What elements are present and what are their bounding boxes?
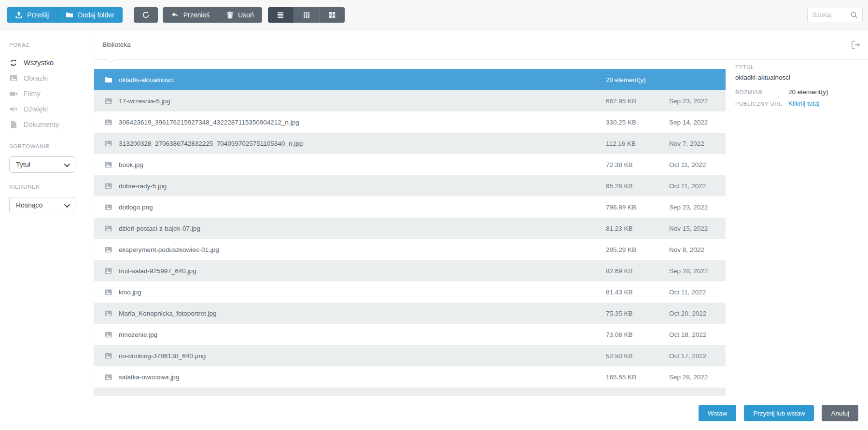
- file-size: 20 element(y): [606, 76, 669, 83]
- image-icon: [104, 373, 112, 381]
- grid-large-icon: [328, 11, 336, 19]
- cancel-button[interactable]: Anuluj: [822, 405, 858, 421]
- export-icon[interactable]: [851, 41, 861, 49]
- file-row[interactable]: no-drinking-3786138_640.png 52.50 KB Oct…: [94, 345, 726, 366]
- list-view-icon: [277, 11, 284, 19]
- search-icon[interactable]: [850, 11, 858, 19]
- image-icon: [104, 161, 112, 169]
- chevron-down-icon: [64, 161, 70, 167]
- image-icon: [104, 309, 112, 318]
- sidebar-item-images[interactable]: Obrazki: [9, 70, 94, 86]
- file-name: book.jpg: [119, 161, 606, 168]
- sidebar-item-videos[interactable]: Filmy: [9, 86, 94, 101]
- audio-icon: [9, 105, 18, 113]
- details-size-value: 20 element(y): [788, 88, 828, 96]
- add-folder-button[interactable]: Dodaj folder: [57, 7, 123, 23]
- sort-select-value: Tytuł: [16, 161, 30, 168]
- grid-small-view-toggle[interactable]: [294, 7, 319, 23]
- list-view-toggle[interactable]: [268, 7, 294, 23]
- file-name: kino.jpg: [119, 289, 606, 296]
- file-row[interactable]: fruit-salad-925997_640.jpg 82.69 KB Sep …: [94, 260, 726, 281]
- grid-large-view-toggle[interactable]: [319, 7, 345, 23]
- direction-select[interactable]: Rosnąco: [9, 197, 75, 213]
- main-header: Biblioteka: [94, 30, 868, 60]
- all-icon: [9, 58, 18, 67]
- file-row[interactable]: mnozenie.jpg 73.08 KB Oct 18, 2022: [94, 324, 726, 345]
- file-row[interactable]: okladki-aktualnosci 20 element(y): [94, 69, 726, 90]
- file-name: okladki-aktualnosci: [119, 76, 606, 83]
- folder-icon: [66, 11, 73, 19]
- file-row[interactable]: 306423619_396176215927348_43222871153509…: [94, 111, 726, 133]
- file-name: no-drinking-3786138_640.png: [119, 352, 606, 360]
- file-size: 81.23 KB: [606, 225, 669, 232]
- file-name: dotlogo.png: [119, 204, 606, 211]
- image-icon: [104, 182, 112, 190]
- details-title-value: okladki-aktualnosci: [735, 74, 858, 81]
- images-icon: [9, 74, 18, 83]
- file-date: Oct 11, 2022: [669, 182, 726, 190]
- file-date: Nov 15, 2022: [669, 225, 726, 232]
- details-panel: TYTUŁ okladki-aktualnosci ROZMIAR 20 ele…: [726, 60, 868, 396]
- search-box: [807, 8, 863, 22]
- file-size: 165.55 KB: [606, 374, 669, 381]
- file-row[interactable]: dzień-postaci-z-bajek-07.jpg 81.23 KB No…: [94, 218, 726, 239]
- file-name: mnozenie.jpg: [119, 331, 606, 338]
- main-body: okladki-aktualnosci 20 element(y) 17-wrz…: [94, 60, 868, 396]
- direction-select-value: Rosnąco: [16, 201, 42, 209]
- file-size: 72.38 KB: [606, 161, 669, 168]
- search-input[interactable]: [812, 11, 850, 18]
- file-size: 662.95 KB: [606, 97, 669, 105]
- file-size: 82.69 KB: [606, 267, 669, 275]
- file-row[interactable]: 17-wrzesnia-5.jpg 662.95 KB Sep 23, 2022: [94, 90, 726, 111]
- videos-icon: [9, 89, 18, 98]
- file-date: Oct 11, 2022: [669, 161, 726, 168]
- delete-button[interactable]: Usuń: [218, 7, 262, 23]
- file-row[interactable]: kino.jpg 81.43 KB Oct 11, 2022: [94, 281, 726, 303]
- file-row[interactable]: dobre-rady-5.jpg 95.28 KB Oct 11, 2022: [94, 175, 726, 196]
- details-url-link[interactable]: Kliknij tutaj: [788, 100, 820, 107]
- documents-icon: [9, 120, 18, 129]
- file-size: 75.35 KB: [606, 310, 669, 317]
- file-row[interactable]: dotlogo.png 796.89 KB Sep 23, 2022: [94, 196, 726, 218]
- file-row[interactable]: 313200328_2706386742832225_7040597025751…: [94, 133, 726, 154]
- file-row[interactable]: Maria_Konopnicka_fotoportret.jpg 75.35 K…: [94, 303, 726, 324]
- file-row[interactable]: eksperyment-poduszkowiec-01.jpg 295.29 K…: [94, 239, 726, 260]
- file-row-partial[interactable]: [94, 388, 726, 396]
- file-row[interactable]: salatka-owocowa.jpg 165.55 KB Sep 28, 20…: [94, 366, 726, 388]
- delete-button-label: Usuń: [238, 11, 254, 19]
- details-size-label: ROZMIAR: [735, 89, 788, 95]
- file-date: Oct 11, 2022: [669, 289, 726, 296]
- file-name: 313200328_2706386742832225_7040597025751…: [119, 140, 606, 147]
- sidebar-item-audio[interactable]: Dźwięki: [9, 101, 94, 117]
- sidebar-item-documents[interactable]: Dokumenty: [9, 117, 94, 132]
- sort-heading: SORTOWANIE: [9, 143, 94, 149]
- image-icon: [104, 288, 112, 296]
- file-name: salatka-owocowa.jpg: [119, 374, 606, 381]
- refresh-button[interactable]: [134, 7, 158, 23]
- image-icon: [104, 97, 112, 105]
- file-date: Sep 28, 2022: [669, 267, 726, 275]
- file-size: 52.50 KB: [606, 352, 669, 360]
- file-date: Nov 8, 2022: [669, 246, 726, 253]
- upload-icon: [15, 11, 23, 19]
- file-date: Oct 18, 2022: [669, 331, 726, 338]
- insert-button[interactable]: Wstaw: [699, 405, 737, 421]
- move-button-label: Przenieś: [183, 11, 210, 19]
- file-date: Sep 23, 2022: [669, 204, 726, 211]
- image-icon: [104, 118, 112, 126]
- image-icon: [104, 352, 112, 360]
- file-size: 796.89 KB: [606, 204, 669, 211]
- upload-button[interactable]: Prześlij: [7, 7, 57, 23]
- sort-select[interactable]: Tytuł: [9, 156, 75, 173]
- image-icon: [104, 139, 112, 148]
- image-icon: [104, 331, 112, 339]
- file-size: 95.28 KB: [606, 182, 669, 190]
- file-date: Oct 17, 2022: [669, 352, 726, 360]
- move-button[interactable]: Przenieś: [163, 7, 218, 23]
- crop-insert-button[interactable]: Przytnij lub wstaw: [744, 405, 814, 421]
- file-row[interactable]: book.jpg 72.38 KB Oct 11, 2022: [94, 154, 726, 175]
- footer: Wstaw Przytnij lub wstaw Anuluj: [0, 396, 868, 430]
- breadcrumb[interactable]: Biblioteka: [102, 41, 131, 48]
- file-name: dzień-postaci-z-bajek-07.jpg: [119, 225, 606, 232]
- sidebar-item-all[interactable]: Wszystko: [9, 55, 94, 70]
